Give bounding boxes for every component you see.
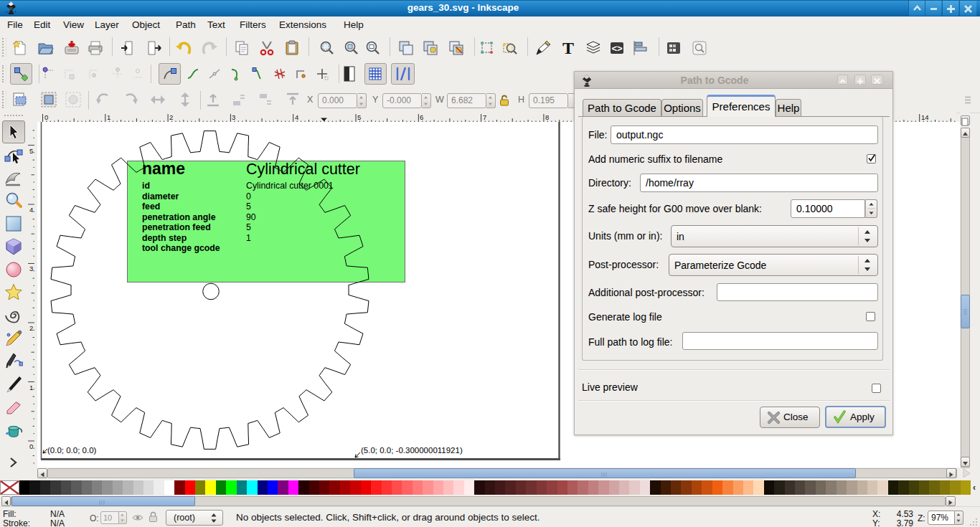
- svg-text:90: 90: [246, 212, 256, 222]
- svg-text:1: 1: [246, 233, 251, 243]
- svg-text:5: 5: [246, 222, 251, 232]
- svg-text:(5.0; 0.0; -0.300000011921): (5.0; 0.0; -0.300000011921): [361, 446, 463, 455]
- svg-text:3: 3: [29, 265, 33, 272]
- svg-text:name: name: [142, 159, 185, 178]
- svg-text:3: 3: [232, 113, 235, 121]
- svg-text:2: 2: [29, 324, 33, 332]
- svg-text:diameter: diameter: [142, 191, 179, 201]
- svg-text:(0.0; 0.0; 0.0): (0.0; 0.0; 0.0): [47, 446, 97, 455]
- svg-text:8: 8: [545, 113, 549, 121]
- svg-text:2: 2: [169, 113, 173, 121]
- svg-text:Cylindrical cutter: Cylindrical cutter: [246, 161, 360, 178]
- svg-text:5: 5: [357, 113, 361, 121]
- svg-text:4: 4: [29, 206, 33, 214]
- svg-text:penetration feed: penetration feed: [142, 222, 211, 232]
- svg-text:5: 5: [29, 147, 33, 155]
- svg-text:<>: <>: [611, 43, 623, 54]
- svg-text:5: 5: [246, 201, 251, 212]
- svg-text:tool change gcode: tool change gcode: [142, 243, 220, 253]
- svg-text:1: 1: [107, 113, 110, 121]
- svg-text:6: 6: [420, 113, 423, 121]
- svg-text:0: 0: [29, 442, 33, 450]
- svg-text:Cylindrical cutter 0001: Cylindrical cutter 0001: [246, 181, 334, 191]
- svg-text:id: id: [142, 181, 150, 191]
- svg-text:0: 0: [44, 113, 48, 121]
- svg-text:7: 7: [483, 113, 486, 121]
- svg-text:0: 0: [246, 191, 251, 201]
- svg-text:4: 4: [295, 113, 298, 121]
- svg-text:depth step: depth step: [142, 233, 187, 243]
- svg-text:14: 14: [921, 113, 929, 121]
- svg-text:T: T: [562, 39, 574, 57]
- svg-text:penetration angle: penetration angle: [142, 212, 216, 222]
- svg-text:1: 1: [29, 384, 33, 391]
- svg-text:feed: feed: [142, 201, 160, 212]
